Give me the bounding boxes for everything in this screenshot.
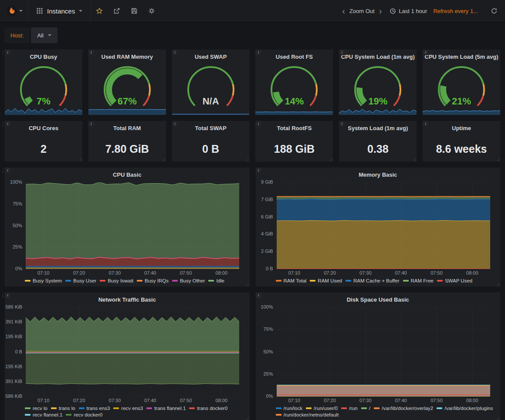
chart-plot-area[interactable] — [26, 307, 239, 396]
panel-title[interactable]: System Load (1m avg) — [339, 123, 417, 134]
panel-info-icon[interactable]: i — [423, 50, 428, 55]
panel-title[interactable]: CPU Basic — [5, 169, 250, 181]
panel-title[interactable]: Memory Basic — [256, 169, 501, 181]
y-tick-label: 391 KiB — [5, 319, 22, 324]
legend-item-busy-other[interactable]: Busy Other — [172, 278, 205, 283]
legend-item-trans-docker0[interactable]: trans docker0 — [189, 406, 227, 411]
legend-item-run-docker-netns-default[interactable]: /run/docker/netns/default — [276, 412, 339, 417]
panel-info-icon[interactable]: i — [423, 121, 428, 127]
legend-item-trans-lo[interactable]: trans lo — [51, 406, 75, 411]
panel-title[interactable]: Total SWAP — [172, 123, 250, 134]
legend-item-var-lib-docker-overlay2[interactable]: /var/lib/docker/overlay2 — [374, 406, 433, 411]
gauge-panel-cpu-busy: iCPU Busy7% — [4, 49, 83, 115]
panel-info-icon[interactable]: i — [172, 50, 178, 55]
panel-info-icon[interactable]: i — [256, 168, 261, 173]
panel-info-icon[interactable]: i — [5, 168, 10, 173]
legend-item-recv-flannel-1[interactable]: recv flannel.1 — [25, 412, 62, 417]
legend-item-busy-irqs[interactable]: Busy IRQs — [137, 278, 169, 283]
grafana-logo-button[interactable] — [0, 0, 28, 22]
panel-resize-handle[interactable] — [78, 157, 82, 161]
panel-info-icon[interactable]: i — [172, 121, 178, 127]
host-variable-dropdown[interactable]: All — [31, 27, 57, 43]
panel-title[interactable]: CPU Busy — [5, 51, 82, 63]
chart-plot-area[interactable] — [26, 182, 239, 269]
legend-item-busy-user[interactable]: Busy User — [65, 278, 96, 283]
gauge-value: 67% — [88, 96, 166, 107]
chart-panel-memory-basic: iMemory Basic9 GiB7 GiB6 GiB4 GiB2 GiB0 … — [255, 167, 501, 287]
panel-title[interactable]: Total RAM — [88, 123, 166, 134]
legend-item-recv-lo[interactable]: recv lo — [25, 406, 47, 411]
panel-resize-handle[interactable] — [329, 157, 332, 161]
legend-item-var-lib-docker-plugins[interactable]: /var/lib/docker/plugins — [437, 406, 493, 411]
panel-info-icon[interactable]: i — [5, 121, 10, 127]
dashboard-picker[interactable]: Instances — [28, 0, 91, 22]
legend-item-trans-ens3[interactable]: trans ens3 — [79, 406, 110, 411]
legend-item-ram-cache-buffer[interactable]: RAM Cache + Buffer — [346, 278, 400, 283]
panel-resize-handle[interactable] — [412, 157, 416, 161]
x-tick-label: 08:00 — [466, 270, 478, 276]
legend-swatch — [346, 280, 351, 282]
x-tick-label: 07:40 — [395, 270, 407, 276]
panel-info-icon[interactable]: i — [255, 50, 261, 55]
legend-item-run-user-0[interactable]: /run/user/0 — [306, 406, 338, 411]
gear-icon — [148, 7, 155, 14]
panel-resize-handle[interactable] — [245, 157, 249, 161]
legend-item-ram-used[interactable]: RAM Used — [310, 278, 342, 283]
panel-info-icon[interactable]: i — [339, 121, 345, 127]
legend-item-busy-system[interactable]: Busy System — [25, 278, 62, 283]
legend-item-idle[interactable]: Idle — [208, 278, 224, 283]
panel-resize-handle[interactable] — [496, 157, 500, 161]
legend-item-recv-docker0[interactable]: recv docker0 — [66, 412, 102, 417]
y-tick-label: 6 GiB — [261, 214, 273, 219]
legend-item-ram-free[interactable]: RAM Free — [403, 278, 434, 283]
legend-item-ram-total[interactable]: RAM Total — [276, 278, 307, 283]
panel-title[interactable]: Used Root FS — [255, 51, 333, 63]
legend-item-[interactable]: / — [361, 406, 370, 411]
legend-swatch — [276, 280, 281, 282]
stat-panel-uptime: iUptime8.6 weeks — [422, 121, 501, 162]
panel-info-icon[interactable]: i — [88, 50, 94, 55]
panel-title[interactable]: CPU Cores — [5, 123, 82, 134]
panel-title[interactable]: CPU System Load (5m avg) — [423, 51, 500, 63]
legend-item-busy-iowait[interactable]: Busy Iowait — [100, 278, 133, 283]
legend-item-run-lock[interactable]: /run/lock — [276, 406, 302, 411]
x-tick-label: 07:10 — [37, 398, 50, 403]
refresh-interval-label[interactable]: Refresh every 1... — [433, 8, 478, 14]
panel-title[interactable]: Uptime — [423, 123, 500, 134]
panel-title[interactable]: Disk Space Used Basic — [256, 294, 501, 306]
legend-swatch — [189, 407, 195, 409]
time-forward-button[interactable]: › — [376, 7, 386, 15]
panel-info-icon[interactable]: i — [5, 292, 10, 298]
share-button[interactable] — [108, 0, 125, 22]
legend-label: /var/lib/docker/plugins — [444, 406, 493, 411]
legend-swatch — [79, 407, 85, 409]
panel-info-icon[interactable]: i — [255, 121, 261, 127]
settings-button[interactable] — [143, 0, 160, 22]
chart-plot-area[interactable] — [277, 307, 490, 396]
legend-label: trans lo — [59, 406, 75, 411]
panel-title[interactable]: Total RootFS — [255, 123, 333, 134]
legend-item-swap-used[interactable]: SWAP Used — [437, 278, 472, 283]
panel-title[interactable]: Used SWAP — [172, 51, 250, 63]
panel-info-icon[interactable]: i — [339, 50, 345, 55]
panel-title[interactable]: Network Traffic Basic — [5, 294, 250, 306]
refresh-button[interactable] — [488, 0, 501, 22]
time-range-picker[interactable]: Last 1 hour — [390, 8, 427, 14]
panel-info-icon[interactable]: i — [5, 50, 10, 55]
legend-item-run[interactable]: /run — [341, 406, 358, 411]
legend-item-trans-flannel-1[interactable]: trans flannel.1 — [146, 406, 186, 411]
chart-plot-area[interactable] — [277, 182, 490, 269]
y-tick-label: 50% — [263, 349, 273, 354]
chart-panels-row-1: ⋮ iCPU Basic100%75%50%25%0%07:1007:2007:… — [4, 167, 501, 287]
legend-item-recv-ens3[interactable]: recv ens3 — [113, 406, 143, 411]
panel-title[interactable]: CPU System Load (1m avg) — [339, 51, 417, 63]
panel-info-icon[interactable]: i — [256, 292, 261, 298]
top-navbar: Instances ‹ Zoom Out › — [0, 0, 505, 22]
panel-info-icon[interactable]: i — [88, 121, 94, 127]
panel-resize-handle[interactable] — [162, 157, 166, 161]
zoom-out-button[interactable]: Zoom Out — [349, 8, 376, 14]
panel-title[interactable]: Used RAM Memory — [88, 51, 166, 63]
star-button[interactable] — [91, 0, 108, 22]
save-button[interactable] — [125, 0, 143, 22]
time-back-button[interactable]: ‹ — [339, 7, 349, 15]
